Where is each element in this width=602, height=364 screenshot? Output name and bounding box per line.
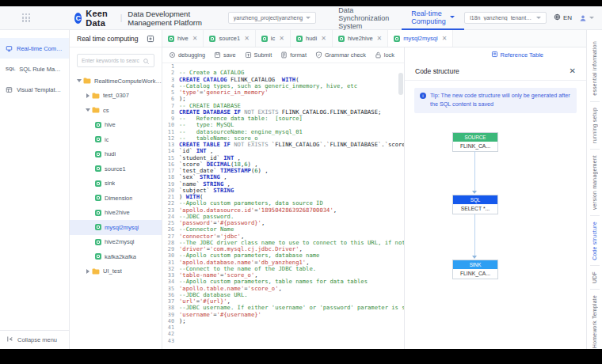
code-line[interactable]: 9-- Reference data table: [source]	[162, 116, 404, 122]
code-line[interactable]: 8CREATE DATABASE IF NOT EXISTS FLINK_CAT…	[162, 109, 404, 116]
code-line[interactable]: 28--The JDBC driver class name to use to…	[162, 240, 404, 246]
code-line[interactable]: 17`test_date` TIMESTAMP(6) ,	[162, 168, 404, 174]
code-line[interactable]: 34--Apollo custom parameters, table name…	[162, 279, 404, 285]
code-line[interactable]: 21) WITH(	[162, 194, 404, 200]
tree-file-mysql2mysql[interactable]: mysql2mysql	[70, 220, 162, 235]
code-line[interactable]: 5'type'='generic_in_memory'	[162, 89, 404, 96]
code-line[interactable]: 29'driver'='com.mysql.cj.jdbc.Driver',	[162, 246, 404, 252]
tree-folder-realtimecomputeworkingdir[interactable]: RealtimeComputeWorkingDir	[70, 74, 162, 89]
code-line[interactable]: 19`name` STRING ,	[162, 181, 404, 188]
tree-folder-test_0307[interactable]: test_0307	[70, 89, 162, 104]
tree-file-hudi[interactable]: hudi	[70, 147, 162, 162]
sql-code-editor[interactable]: 12-- Create a CATALOG3CREATE CATALOG FLI…	[162, 63, 404, 349]
top-nav-item[interactable]: Data Synchronization System	[329, 6, 402, 30]
code-line[interactable]: 33'table-name'='score_o',	[162, 272, 404, 279]
tree-file-hive[interactable]: hive	[70, 118, 162, 133]
code-line[interactable]: 43	[162, 338, 404, 344]
editor-tab-ic[interactable]: ic✕	[256, 30, 291, 47]
diagram-node-sql[interactable]: SQLSELECT *...	[452, 195, 498, 214]
close-tab-icon[interactable]: ✕	[442, 35, 448, 42]
reference-table-link[interactable]: Reference Table	[491, 51, 543, 59]
tenant-select[interactable]: I18n_yanzheng_tenant(yanzt	[464, 12, 547, 24]
submit-button[interactable]: Submit	[245, 51, 272, 59]
tree-file-kafka2kafka[interactable]: kafka2kafka	[70, 249, 162, 264]
caret-down-icon[interactable]	[85, 108, 90, 112]
code-line[interactable]: 13CREATE TABLE IF NOT EXISTS `FLINK_CATA…	[162, 142, 404, 148]
save-button[interactable]: save	[214, 51, 235, 59]
top-nav-item[interactable]: Real-time Computing	[402, 6, 464, 30]
code-line[interactable]: 16`score` DECIMAL(18,6) ,	[162, 161, 404, 168]
code-line[interactable]: 31'apollo.database.name'='db_yanzheng1',	[162, 260, 404, 266]
tree-file-ic[interactable]: ic	[70, 132, 162, 147]
user-menu[interactable]	[579, 11, 594, 25]
tree-file-dimension[interactable]: Dimension	[70, 191, 162, 206]
code-line[interactable]: 35'apollo.table.name'='score_o',	[162, 286, 404, 292]
right-tab-essential-information[interactable]: essential information	[592, 41, 597, 96]
code-line[interactable]: 4--Catalog types, such as generic_inmemo…	[162, 83, 404, 89]
right-tab-code-structure[interactable]: Code structure	[592, 222, 597, 260]
sidebar-item-visual-template-mana-[interactable]: Visual Template Mana...	[0, 79, 69, 100]
right-tab-homework-template[interactable]: Homework Template	[592, 295, 597, 348]
close-icon[interactable]: ✕	[570, 67, 576, 75]
diagram-node-sink[interactable]: SINKFLINK_CA...	[452, 260, 498, 279]
code-line[interactable]: 11-- datasourceName: engine_mysql_01	[162, 129, 404, 135]
code-line[interactable]: 37'url'='#{url}',	[162, 298, 404, 305]
collapse-menu-button[interactable]: Collapse menu	[0, 330, 69, 349]
code-line[interactable]: 26--Connector Name	[162, 226, 404, 233]
search-input[interactable]	[82, 58, 139, 63]
code-line[interactable]: 32--Connect to the name of the JDBC tabl…	[162, 266, 404, 272]
format-button[interactable]: format	[280, 51, 307, 59]
code-line[interactable]: 2-- Create a CATALOG	[162, 70, 404, 76]
code-line[interactable]: 10-- type: MySQL	[162, 122, 404, 128]
tree-folder-cs[interactable]: cs	[70, 103, 162, 118]
code-line[interactable]: 7-- CREATE DATABASE	[162, 103, 404, 109]
editor-scrollbar[interactable]	[398, 73, 403, 95]
tree-folder-ui_test[interactable]: UI_test	[70, 264, 162, 279]
caret-down-icon[interactable]	[76, 79, 82, 82]
editor-tab-mysql2mysql[interactable]: mysql2mysql✕	[388, 30, 453, 47]
code-line[interactable]: 15`student_id` INT ,	[162, 155, 404, 161]
close-tab-icon[interactable]: ✕	[279, 35, 284, 42]
code-line[interactable]: 23'apollo.datasource.id'='18950428639268…	[162, 207, 404, 214]
code-line[interactable]: 3CREATE CATALOG FLINK_CATALOG WITH(	[162, 77, 404, 83]
editor-tab-hudi[interactable]: hudi✕	[291, 30, 333, 47]
code-line[interactable]: 24--JDBC password.	[162, 214, 404, 220]
caret-right-icon[interactable]	[85, 93, 90, 98]
code-line[interactable]: 12-- tableName: score_o	[162, 135, 404, 142]
code-line[interactable]: 39'username'='#{username}'	[162, 312, 404, 318]
right-tab-udf[interactable]: UDF	[592, 271, 597, 283]
right-tab-running-setup[interactable]: running setup	[592, 108, 597, 143]
close-tab-icon[interactable]: ✕	[321, 35, 326, 42]
sidebar-item-real-time-computing[interactable]: Real-time Computing	[0, 38, 69, 59]
code-line[interactable]: 18`sex` STRING ,	[162, 174, 404, 180]
caret-right-icon[interactable]	[85, 269, 90, 274]
close-tab-icon[interactable]: ✕	[377, 35, 383, 42]
code-line[interactable]: 22--Apollo custom parameters, data sourc…	[162, 200, 404, 207]
app-launcher-icon[interactable]	[22, 13, 30, 22]
close-tab-icon[interactable]: ✕	[244, 35, 250, 42]
code-line[interactable]: 20`subject` STRING	[162, 188, 404, 194]
new-job-icon[interactable]	[147, 32, 154, 46]
lock-button[interactable]: lock	[375, 51, 394, 59]
editor-tab-hive2hive[interactable]: hive2hive✕	[333, 30, 388, 47]
code-line[interactable]: 1	[162, 63, 404, 70]
tree-file-hive2mysql[interactable]: hive2mysql	[70, 235, 162, 250]
editor-tab-source1[interactable]: source1✕	[204, 30, 255, 47]
grammar-check-button[interactable]: Grammar check	[315, 51, 366, 59]
code-line[interactable]: 41	[162, 324, 404, 331]
right-tab-version-management[interactable]: version management	[592, 155, 597, 210]
code-line[interactable]: 40);	[162, 318, 404, 324]
debugging-button[interactable]: debugging	[169, 51, 205, 59]
code-line[interactable]: 38--JDBC username. If either 'username' …	[162, 305, 404, 311]
language-switcher[interactable]: EN	[554, 13, 572, 22]
tree-file-hive2hive[interactable]: hive2hive	[70, 206, 162, 221]
tree-file-sink[interactable]: sink	[70, 176, 162, 191]
project-select[interactable]: yanzheng_project|yanzheng	[228, 12, 316, 24]
code-line[interactable]: 27'connector'='jdbc',	[162, 233, 404, 240]
sidebar-item-sql-rule-management[interactable]: SQLSQL Rule Management	[0, 59, 69, 79]
close-tab-icon[interactable]: ✕	[192, 35, 198, 42]
tree-file-source1[interactable]: source1	[70, 161, 162, 176]
code-line[interactable]: 42	[162, 331, 404, 337]
code-line[interactable]: 25'password'='#{password}',	[162, 220, 404, 226]
code-line[interactable]: 30--Apollo custom parameters, database n…	[162, 252, 404, 259]
